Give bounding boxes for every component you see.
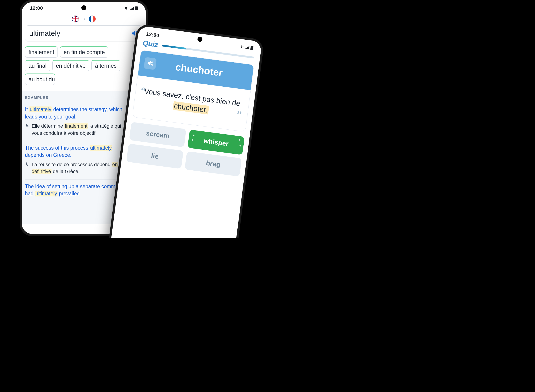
language-direction[interactable]: → — [25, 14, 143, 25]
status-icons — [239, 44, 253, 50]
battery-icon — [135, 6, 138, 10]
flag-fr-icon — [89, 16, 96, 22]
example-translation: Elle détermine finalement la stratégie q… — [25, 122, 131, 136]
search-card[interactable]: ultimately — [25, 25, 143, 42]
quiz-prompt-word: chuchoter — [159, 59, 248, 82]
translation-chip[interactable]: au final — [25, 60, 50, 71]
translation-chip[interactable]: au bout du — [25, 74, 55, 85]
search-word: ultimately — [29, 29, 60, 38]
answer-option-correct[interactable]: whisper — [187, 130, 245, 155]
status-icons — [124, 6, 138, 10]
answer-option[interactable]: brag — [185, 151, 242, 177]
example-source[interactable]: The success of this process ultimately d… — [25, 144, 131, 159]
translation-chip[interactable]: en définitive — [52, 60, 89, 71]
examples-heading: EXAMPLES — [25, 96, 143, 100]
quiz-card: chuchoter “ Vous savez, c'est pas bien d… — [132, 50, 254, 132]
signal-icon — [130, 7, 134, 10]
quote-close-icon: ” — [236, 107, 242, 122]
wifi-icon — [239, 44, 244, 49]
quote-open-icon: “ — [140, 84, 147, 98]
translation-chip[interactable]: en fin de compte — [60, 46, 108, 58]
speaker-icon — [146, 59, 155, 68]
arrow-right-icon: → — [81, 16, 86, 22]
play-word-button[interactable] — [144, 57, 157, 70]
status-time: 12:00 — [146, 31, 160, 38]
flag-uk-icon — [72, 16, 79, 22]
battery-icon — [250, 46, 253, 50]
signal-icon — [245, 45, 249, 49]
translation-chips: finalement en fin de compte au final en … — [25, 46, 143, 85]
wifi-icon — [124, 6, 128, 10]
example-translation: La réussite de ce processus dépend en dé… — [25, 161, 131, 175]
translation-chip[interactable]: à termes — [91, 60, 120, 71]
translation-chip[interactable]: finalement — [25, 46, 58, 58]
example-source[interactable]: It ultimately determines the strategy, w… — [25, 106, 131, 120]
answer-grid: scream whisper lie brag — [126, 122, 245, 176]
camera-notch — [81, 5, 86, 10]
status-time: 12:00 — [30, 5, 43, 11]
answer-option[interactable]: scream — [129, 122, 186, 147]
quiz-title: Quiz — [142, 39, 159, 49]
answer-option[interactable]: lie — [126, 143, 184, 169]
